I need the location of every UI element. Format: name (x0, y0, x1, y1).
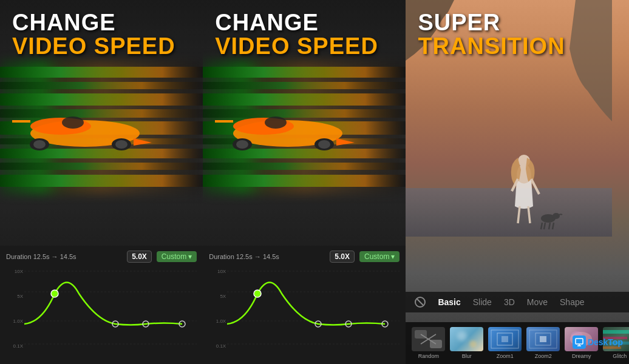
svg-rect-69 (450, 327, 483, 351)
thumb-blur-label: Blur (462, 353, 472, 359)
panel-1-title: CHANGE (12, 11, 175, 34)
thumb-zoom2-label: Zoom2 (535, 353, 552, 359)
panel-3-title: SUPER (418, 11, 565, 34)
svg-point-17 (62, 116, 84, 129)
thumb-random-label: Random (418, 353, 439, 359)
panel-2-speed-badge: 5.0X (330, 251, 355, 263)
panel-2: CHANGE VIDEO SPEED Duration 12.5s → 14.5… (203, 0, 406, 364)
thumb-zoom1-box (488, 327, 522, 351)
svg-rect-2 (0, 93, 203, 106)
svg-rect-27 (203, 82, 406, 89)
panel-1-controls: Duration 12.5s → 14.5s 5.0X Custom ▾ 10X… (0, 246, 203, 364)
svg-rect-74 (501, 336, 508, 342)
thumb-blur-box (450, 327, 483, 351)
panel-2-chart-labels: 10X 5X 1.0X 0.1X (209, 266, 226, 351)
panel-2-chart-svg (227, 266, 399, 351)
thumb-zoom1-label: Zoom1 (497, 353, 514, 359)
svg-rect-80 (603, 330, 629, 334)
watermark-text: DeskTop (588, 337, 623, 347)
svg-rect-26 (203, 67, 406, 78)
svg-point-71 (469, 340, 477, 348)
panel-1-chart: 10X 5X 1.0X 0.1X (6, 266, 197, 351)
tab-3d[interactable]: 3D (504, 297, 515, 307)
svg-point-22 (51, 290, 58, 297)
panel-2-custom-badge[interactable]: Custom ▾ (359, 251, 399, 262)
speed-streaks-1 (0, 55, 203, 200)
desktop-icon (573, 335, 586, 349)
svg-point-70 (457, 331, 467, 341)
svg-rect-16 (12, 120, 30, 123)
svg-rect-1 (0, 82, 203, 89)
panel-2-text: CHANGE VIDEO SPEED (215, 11, 378, 59)
svg-point-39 (236, 140, 248, 149)
transition-tabs-bar: Basic Slide 3D Move Shape (406, 292, 629, 312)
panel-1-custom-badge[interactable]: Custom ▾ (157, 251, 197, 262)
panel-1-chart-svg-container (24, 266, 197, 351)
no-effect-icon[interactable] (415, 297, 426, 308)
panel-3-text: SUPER TRANSITION (418, 11, 565, 59)
svg-rect-8 (0, 175, 203, 187)
thumb-zoom2[interactable]: Zoom2 (526, 327, 560, 359)
svg-rect-84 (576, 339, 583, 344)
panel-2-duration-label: Duration 12.5s → 14.5s (209, 253, 279, 260)
thumb-dreamy-label: Dreamy (572, 353, 591, 359)
speed-streaks-2 (203, 55, 406, 200)
watermark: DeskTop (573, 335, 623, 349)
panel-1-duration-label: Duration 12.5s → 14.5s (6, 253, 76, 260)
panel-2-subtitle: VIDEO SPEED (215, 34, 378, 59)
svg-point-40 (318, 140, 330, 149)
panel-2-controls: Duration 12.5s → 14.5s 5.0X Custom ▾ 10X… (203, 246, 406, 364)
panel-2-title: CHANGE (215, 11, 378, 34)
panel-1-text: CHANGE VIDEO SPEED (12, 11, 175, 59)
svg-rect-75 (540, 336, 546, 342)
thumb-blur[interactable]: Blur (450, 327, 483, 359)
panel-3: SUPER TRANSITION Basic Slide 3D Move Sha… (406, 0, 629, 364)
tab-basic[interactable]: Basic (438, 297, 460, 307)
panel-1-chart-svg (24, 266, 197, 351)
svg-point-13 (33, 140, 46, 149)
thumb-glitch-label: Glitch (613, 353, 627, 359)
svg-point-14 (115, 140, 127, 149)
svg-rect-34 (203, 175, 406, 187)
svg-rect-3 (0, 109, 203, 118)
zoom2-preview (526, 327, 560, 351)
panel-1-duration-row: Duration 12.5s → 14.5s 5.0X Custom ▾ (6, 251, 197, 263)
svg-rect-6 (0, 149, 203, 158)
svg-point-43 (265, 116, 287, 129)
zoom1-preview (488, 327, 522, 351)
panel-1: CHANGE VIDEO SPEED Duration 12.5s → 14.5… (0, 0, 203, 364)
svg-rect-7 (0, 163, 203, 170)
svg-rect-42 (215, 120, 233, 123)
blur-preview (450, 327, 483, 351)
panel-2-chart-svg-container (227, 266, 399, 351)
panel-1-subtitle: VIDEO SPEED (12, 34, 175, 59)
thumb-zoom1[interactable]: Zoom1 (488, 327, 522, 359)
panel-3-subtitle: TRANSITION (418, 34, 565, 59)
shuffle-icon (412, 327, 445, 351)
tab-shape[interactable]: Shape (560, 297, 584, 307)
svg-rect-52 (406, 188, 612, 237)
svg-rect-29 (203, 109, 406, 118)
panel-2-chart: 10X 5X 1.0X 0.1X (209, 266, 399, 351)
svg-rect-28 (203, 93, 406, 106)
thumb-zoom2-box (526, 327, 560, 351)
svg-point-48 (254, 290, 261, 297)
panel-1-chart-labels: 10X 5X 1.0X 0.1X (6, 266, 23, 351)
svg-rect-33 (203, 163, 406, 170)
svg-rect-0 (0, 67, 203, 78)
tab-slide[interactable]: Slide (473, 297, 492, 307)
svg-rect-32 (203, 149, 406, 158)
panel-2-duration-row: Duration 12.5s → 14.5s 5.0X Custom ▾ (209, 251, 399, 263)
thumb-random[interactable]: Random (412, 327, 445, 359)
tab-move[interactable]: Move (527, 297, 548, 307)
thumb-random-box (412, 327, 445, 351)
panel-1-speed-badge: 5.0X (127, 251, 152, 263)
